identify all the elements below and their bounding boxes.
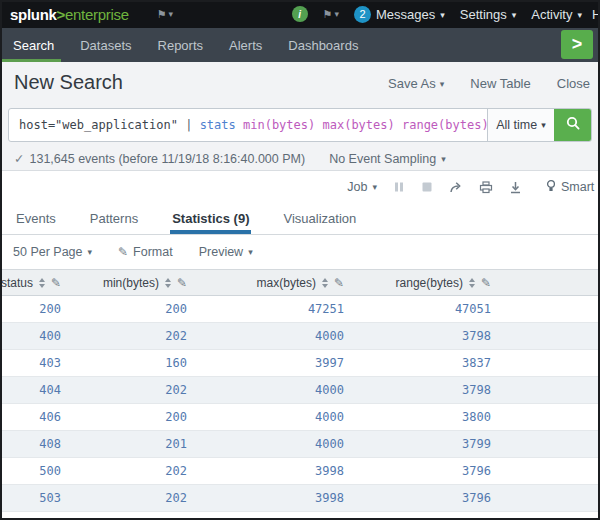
cell-max-bytes[interactable]: 4000: [190, 377, 347, 404]
cell-range-bytes[interactable]: 3799: [347, 512, 494, 520]
nav-item-alerts[interactable]: Alerts: [216, 28, 275, 62]
cell-min-bytes[interactable]: 201: [64, 431, 190, 458]
nav-item-search[interactable]: Search: [0, 28, 67, 62]
table-header-row: statusmin(bytes)max(bytes)range(bytes): [0, 270, 600, 296]
time-range-picker[interactable]: All time: [487, 109, 554, 141]
event-sampling-menu[interactable]: No Event Sampling: [329, 152, 446, 166]
results-panel: Job Smart Mode EventsPat: [0, 170, 600, 520]
cell-status[interactable]: 406: [0, 404, 64, 431]
cell-range-bytes[interactable]: 3799: [347, 431, 494, 458]
cell-status[interactable]: 200: [0, 296, 64, 323]
print-icon[interactable]: [479, 181, 493, 194]
cell-status[interactable]: 503: [0, 485, 64, 512]
caret-down-icon: [440, 7, 445, 22]
cell-max-bytes[interactable]: 3998: [190, 458, 347, 485]
cell-range-bytes[interactable]: 47051: [347, 296, 494, 323]
query-token: [236, 118, 243, 132]
cell-filler: [494, 512, 600, 520]
job-menu[interactable]: Job: [347, 180, 377, 194]
table-row: 40420240003798: [0, 377, 600, 404]
cell-range-bytes[interactable]: 3798: [347, 377, 494, 404]
column-header-min-bytes[interactable]: min(bytes): [64, 270, 190, 296]
app-flag-icon[interactable]: [157, 8, 173, 21]
cell-status[interactable]: 408: [0, 431, 64, 458]
cell-max-bytes[interactable]: 47251: [190, 296, 347, 323]
cell-min-bytes[interactable]: 200: [64, 512, 190, 520]
cell-max-bytes[interactable]: 3998: [190, 485, 347, 512]
edit-column-pencil-icon[interactable]: [481, 276, 491, 290]
logo-gt-icon: >: [57, 6, 65, 23]
search-submit-button[interactable]: [554, 109, 591, 141]
edit-column-pencil-icon[interactable]: [177, 276, 187, 290]
per-page-menu[interactable]: 50 Per Page: [13, 245, 92, 259]
column-header-status[interactable]: status: [0, 270, 64, 296]
cell-min-bytes[interactable]: 200: [64, 296, 190, 323]
cell-max-bytes[interactable]: 3997: [190, 350, 347, 377]
settings-menu[interactable]: Settings: [460, 7, 517, 22]
cell-min-bytes[interactable]: 202: [64, 485, 190, 512]
tab-patterns[interactable]: Patterns: [88, 203, 140, 234]
cell-status[interactable]: 403: [0, 350, 64, 377]
cell-status[interactable]: 505: [0, 512, 64, 520]
activity-menu[interactable]: Activity: [531, 7, 582, 22]
info-icon[interactable]: i: [292, 6, 308, 22]
edit-column-pencil-icon[interactable]: [51, 276, 61, 290]
table-row: 2002004725147051: [0, 296, 600, 323]
lightbulb-icon: [546, 179, 556, 196]
page-title: New Search: [14, 71, 123, 94]
tab-visualization[interactable]: Visualization: [281, 203, 358, 234]
cell-min-bytes[interactable]: 202: [64, 377, 190, 404]
format-menu[interactable]: Format: [118, 245, 173, 259]
nav-item-dashboards[interactable]: Dashboards: [275, 28, 371, 62]
sort-icon[interactable]: [39, 278, 45, 288]
table-row: 40820140003799: [0, 431, 600, 458]
cell-min-bytes[interactable]: 200: [64, 404, 190, 431]
search-mode-menu[interactable]: Smart Mode: [546, 171, 600, 203]
cell-min-bytes[interactable]: 202: [64, 458, 190, 485]
edit-column-pencil-icon[interactable]: [334, 276, 344, 290]
stop-job-icon[interactable]: [421, 181, 433, 193]
caret-down-icon: [88, 245, 93, 259]
nav-item-reports[interactable]: Reports: [145, 28, 217, 62]
sort-icon[interactable]: [322, 278, 328, 288]
cell-max-bytes[interactable]: 4000: [190, 323, 347, 350]
query-token: |: [178, 118, 200, 132]
tab-events[interactable]: Events: [14, 203, 58, 234]
notifications-flag-icon[interactable]: [323, 8, 339, 21]
nav-item-datasets[interactable]: Datasets: [67, 28, 144, 62]
pause-job-icon[interactable]: [393, 181, 405, 193]
new-table-button[interactable]: New Table: [470, 76, 530, 91]
splunk-logo[interactable]: splunk>enterprise: [10, 6, 129, 23]
cell-status[interactable]: 400: [0, 323, 64, 350]
sort-icon[interactable]: [469, 278, 475, 288]
cell-max-bytes[interactable]: 4000: [190, 404, 347, 431]
cell-range-bytes[interactable]: 3796: [347, 485, 494, 512]
close-button[interactable]: Close: [557, 76, 590, 91]
cell-range-bytes[interactable]: 3800: [347, 404, 494, 431]
cell-status[interactable]: 404: [0, 377, 64, 404]
share-job-icon[interactable]: [449, 181, 463, 194]
cell-range-bytes[interactable]: 3798: [347, 323, 494, 350]
splunk-square-logo-button[interactable]: >: [561, 30, 593, 59]
cell-min-bytes[interactable]: 160: [64, 350, 190, 377]
cell-range-bytes[interactable]: 3796: [347, 458, 494, 485]
preview-menu[interactable]: Preview: [199, 245, 253, 259]
cell-range-bytes[interactable]: 3837: [347, 350, 494, 377]
column-header-max-bytes[interactable]: max(bytes): [190, 270, 347, 296]
cell-min-bytes[interactable]: 202: [64, 323, 190, 350]
save-as-button[interactable]: Save As: [388, 76, 444, 91]
help-menu[interactable]: Help: [592, 7, 600, 22]
cell-status[interactable]: 500: [0, 458, 64, 485]
table-controls-bar: 50 Per Page Format Preview: [0, 235, 600, 269]
cell-max-bytes[interactable]: 3999: [190, 512, 347, 520]
export-download-icon[interactable]: [509, 181, 522, 194]
top-system-bar: splunk>enterprise i 2 Messages Settings …: [0, 0, 600, 28]
messages-menu[interactable]: 2 Messages: [354, 6, 445, 23]
cell-max-bytes[interactable]: 4000: [190, 431, 347, 458]
table-row: 40620040003800: [0, 404, 600, 431]
query-token: min(bytes): [243, 118, 315, 132]
column-header-range-bytes[interactable]: range(bytes): [347, 270, 494, 296]
search-input[interactable]: host="web_application" | stats min(bytes…: [9, 109, 487, 141]
sort-icon[interactable]: [165, 278, 171, 288]
tab-statistics-9[interactable]: Statistics (9): [170, 203, 251, 234]
